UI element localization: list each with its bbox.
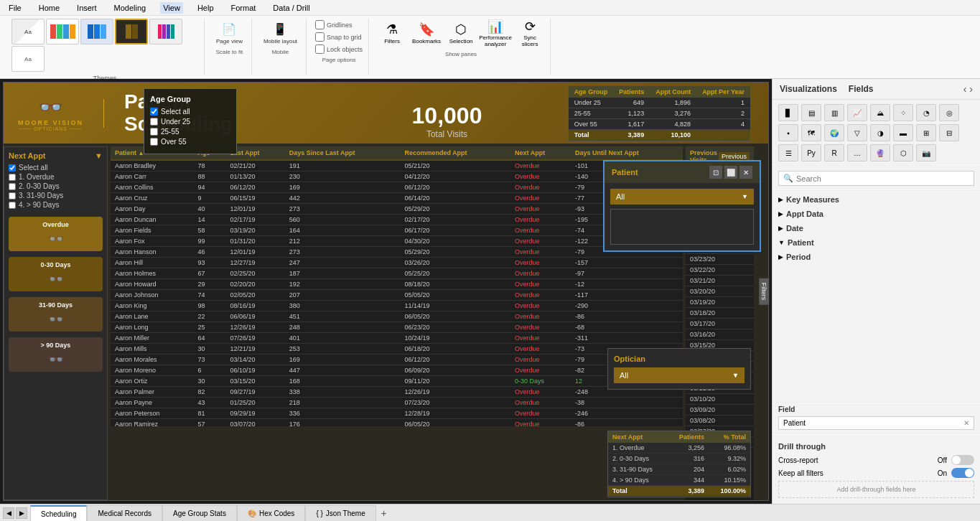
- age-filter-select-all[interactable]: Select all: [150, 108, 230, 116]
- gridlines-input[interactable]: [315, 20, 325, 29]
- menu-help[interactable]: Help: [195, 2, 217, 14]
- theme-swatch-3[interactable]: [80, 19, 113, 44]
- viz-table[interactable]: ⊞: [916, 124, 936, 141]
- age-2555-checkbox[interactable]: [150, 128, 158, 136]
- viz-line-chart[interactable]: 📈: [847, 104, 867, 121]
- sidebar-select-all[interactable]: Select all: [9, 163, 103, 172]
- viz-custom-2[interactable]: ⬡: [893, 144, 913, 161]
- optician-select[interactable]: All: [614, 367, 745, 383]
- viz-ai-visual[interactable]: Py: [801, 144, 821, 161]
- status-card-90plus[interactable]: > 90 Days 👓: [9, 337, 103, 372]
- theme-swatch-2[interactable]: [46, 19, 79, 44]
- viz-custom-3[interactable]: 📷: [916, 144, 936, 161]
- date-header[interactable]: ▶ Date: [778, 222, 974, 234]
- period-header[interactable]: ▶ Period: [778, 251, 974, 263]
- menu-file[interactable]: File: [6, 2, 24, 14]
- col-recommended[interactable]: Recommended Appt: [400, 146, 510, 160]
- popup-ctrl-maximize[interactable]: ⬜: [724, 166, 737, 179]
- sidebar-dropdown-icon[interactable]: ▼: [95, 151, 103, 160]
- theme-swatch-4[interactable]: [115, 19, 148, 44]
- sidebar-overdue[interactable]: 1. Overdue: [9, 172, 103, 182]
- viz-map[interactable]: 🗺: [801, 124, 821, 141]
- patient-header[interactable]: ▼ Patient: [778, 237, 974, 248]
- tab-add-button[interactable]: +: [376, 505, 392, 521]
- age-filter-under25[interactable]: Under 25: [150, 118, 230, 126]
- viz-bar-chart[interactable]: ▊: [778, 104, 798, 121]
- menu-insert[interactable]: Insert: [74, 2, 100, 14]
- viz-slicer[interactable]: ☰: [778, 144, 798, 161]
- sidebar-3190-checkbox[interactable]: [9, 192, 16, 200]
- col-days-since[interactable]: Days Since Last Appt: [285, 146, 401, 160]
- status-card-3190[interactable]: 31-90 Days 👓: [9, 297, 103, 332]
- sidebar-030-checkbox[interactable]: [9, 183, 16, 190]
- viz-treemap[interactable]: ▪: [778, 124, 798, 141]
- status-card-overdue[interactable]: Overdue 👓: [9, 217, 103, 251]
- tab-hex-codes[interactable]: 🎨 Hex Codes: [237, 505, 305, 521]
- gridlines-checkbox[interactable]: Gridlines: [315, 20, 363, 29]
- selection-btn[interactable]: ⬡ Selection: [447, 22, 475, 44]
- key-measures-header[interactable]: ▶ Key Measures: [778, 194, 974, 205]
- tab-medical-records[interactable]: Medical Records: [87, 505, 162, 521]
- viz-custom-1[interactable]: 🔮: [870, 144, 890, 161]
- sidebar-3190[interactable]: 3. 31-90 Days: [9, 191, 103, 200]
- age-over55-checkbox[interactable]: [150, 138, 158, 146]
- sidebar-030[interactable]: 2. 0-30 Days: [9, 182, 103, 191]
- menu-format[interactable]: Format: [228, 2, 259, 14]
- viz-scatter[interactable]: ⁘: [893, 104, 913, 121]
- search-input[interactable]: [796, 174, 969, 183]
- viz-funnel[interactable]: ▽: [847, 124, 867, 141]
- viz-donut-chart[interactable]: ◎: [939, 104, 959, 121]
- viz-stacked-bar[interactable]: ▤: [801, 104, 821, 121]
- nav-right[interactable]: ▶: [16, 507, 27, 519]
- field-dropdown-clear[interactable]: ✕: [963, 419, 969, 427]
- age-under25-checkbox[interactable]: [150, 118, 158, 126]
- keep-filters-toggle-track[interactable]: [951, 468, 974, 478]
- page-view-btn[interactable]: 📄 Page view: [213, 19, 246, 46]
- viz-gauge[interactable]: ◑: [870, 124, 890, 141]
- viz-filled-map[interactable]: 🌍: [824, 124, 844, 141]
- tab-json-theme[interactable]: { } Json Theme: [305, 505, 375, 521]
- tab-age-group-stats[interactable]: Age Group Stats: [162, 505, 237, 521]
- snap-input[interactable]: [315, 32, 325, 42]
- menu-data-drill[interactable]: Data / Drill: [270, 2, 312, 14]
- viz-100pct-bar[interactable]: ▥: [824, 104, 844, 121]
- viz-r-visual[interactable]: R: [824, 144, 844, 161]
- viz-area-chart[interactable]: ⛰: [870, 104, 890, 121]
- sidebar-90plus-checkbox[interactable]: [9, 202, 16, 209]
- sidebar-overdue-checkbox[interactable]: [9, 174, 16, 181]
- lock-checkbox[interactable]: Lock objects: [315, 44, 363, 54]
- panel-right-arrow[interactable]: ›: [969, 83, 973, 95]
- lock-input[interactable]: [315, 44, 325, 54]
- age-select-all-checkbox[interactable]: [150, 108, 158, 116]
- viz-matrix[interactable]: ⊟: [939, 124, 959, 141]
- col-next-appt[interactable]: Next Appt: [510, 146, 571, 160]
- nav-left[interactable]: ◀: [3, 507, 14, 519]
- age-filter-2555[interactable]: 25-55: [150, 128, 230, 136]
- status-card-030[interactable]: 0-30 Days 👓: [9, 257, 103, 291]
- viz-pie-chart[interactable]: ◔: [916, 104, 936, 121]
- sidebar-90plus[interactable]: 4. > 90 Days: [9, 200, 103, 210]
- mobile-btn[interactable]: 📱 Mobile layout: [261, 19, 300, 46]
- panel-left-arrow[interactable]: ‹: [963, 83, 967, 95]
- menu-home[interactable]: Home: [36, 2, 62, 14]
- viz-card[interactable]: ▬: [893, 124, 913, 141]
- sync-slicers-btn[interactable]: ⟳ Sync slicers: [515, 19, 544, 48]
- sidebar-select-all-checkbox[interactable]: [9, 164, 16, 172]
- cross-report-toggle-track[interactable]: [951, 455, 974, 465]
- menu-modeling[interactable]: Modeling: [111, 2, 149, 14]
- filters-sidebar-label[interactable]: Filters: [759, 278, 769, 305]
- bookmarks-btn[interactable]: 🔖 Bookmarks: [412, 22, 441, 44]
- viz-more[interactable]: …: [847, 144, 867, 161]
- tab-scheduling[interactable]: Scheduling: [30, 505, 87, 521]
- filters-btn[interactable]: ⚗ Filters: [378, 22, 406, 44]
- menu-view[interactable]: View: [160, 2, 183, 14]
- theme-swatch-5[interactable]: [149, 19, 182, 44]
- field-dropdown[interactable]: Patient ✕: [778, 416, 974, 430]
- performance-btn[interactable]: 📊 Performance analyzer: [481, 19, 510, 48]
- snap-checkbox[interactable]: Snap to grid: [315, 32, 363, 42]
- popup-ctrl-close[interactable]: ✕: [739, 166, 752, 179]
- appt-data-header[interactable]: ▶ Appt Data: [778, 208, 974, 220]
- theme-swatch-6[interactable]: Aa: [11, 46, 45, 72]
- theme-swatch-1[interactable]: Aa: [11, 19, 45, 44]
- popup-ctrl-fit[interactable]: ⊡: [709, 166, 722, 179]
